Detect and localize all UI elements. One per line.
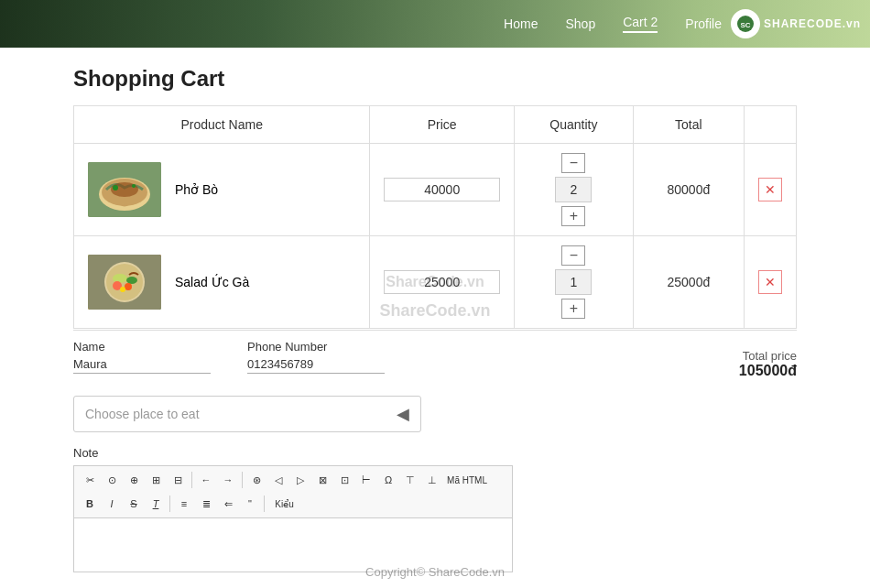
toolbar-underline[interactable]: T bbox=[146, 494, 166, 514]
toolbar-select-all[interactable]: ⊠ bbox=[312, 470, 332, 490]
note-section: Note ✂ ⊙ ⊕ ⊞ ⊟ ← → ⊛ ◁ ▷ ⊠ ⊡ ⊢ Ω ⊤ ⊥ Mã … bbox=[73, 446, 797, 572]
page-title: Shopping Cart bbox=[73, 48, 797, 105]
col-quantity: Quantity bbox=[515, 106, 634, 144]
qty-decrease-2[interactable]: − bbox=[561, 245, 585, 266]
product-name-1: Phở Bò bbox=[175, 182, 218, 197]
price-cell-1: 40000 bbox=[370, 144, 515, 236]
qty-increase-1[interactable]: + bbox=[561, 206, 585, 226]
phone-value: 0123456789 bbox=[247, 357, 385, 374]
total-price-label: Total price bbox=[739, 349, 797, 363]
nav-home[interactable]: Home bbox=[504, 16, 538, 31]
watermark-text: ShareCode.vn bbox=[73, 301, 797, 321]
logo-text: SHARECODE.vn bbox=[764, 17, 861, 30]
toolbar-undo[interactable]: ← bbox=[196, 470, 216, 490]
note-label: Note bbox=[73, 446, 797, 460]
product-image-1 bbox=[88, 162, 161, 217]
toolbar-strikethrough[interactable]: S bbox=[124, 494, 144, 514]
col-action bbox=[745, 106, 797, 144]
editor-area[interactable] bbox=[73, 517, 513, 572]
svg-point-10 bbox=[106, 264, 143, 300]
toolbar-sep-2 bbox=[242, 472, 243, 488]
name-label: Name bbox=[73, 340, 211, 354]
toolbar-blockquote[interactable]: " bbox=[240, 494, 260, 514]
col-product-name: Product Name bbox=[74, 106, 370, 144]
page-body: Shopping Cart Product Name Price Quantit… bbox=[0, 48, 870, 588]
qty-value-2: 1 bbox=[555, 269, 592, 295]
customer-section: Name Maura Phone Number 0123456789 Total… bbox=[73, 330, 797, 379]
price-value-2: 25000 bbox=[424, 275, 460, 289]
name-field-group: Name Maura bbox=[73, 340, 211, 374]
toolbar-sep-4 bbox=[264, 495, 265, 512]
place-placeholder: Choose place to eat bbox=[85, 407, 397, 421]
toolbar-img[interactable]: ⊤ bbox=[400, 470, 420, 490]
cart-table: Product Name Price Quantity Total bbox=[73, 105, 797, 329]
col-total: Total bbox=[633, 106, 744, 144]
product-name-2: Salad Ức Gà bbox=[175, 275, 249, 289]
name-value: Maura bbox=[73, 357, 211, 374]
total-cell-1: 80000đ bbox=[633, 144, 744, 236]
toolbar-prev[interactable]: ◁ bbox=[268, 470, 288, 490]
toolbar-ol[interactable]: ≡ bbox=[174, 494, 194, 514]
toolbar-remove-format[interactable]: ⊡ bbox=[334, 470, 354, 490]
header: Home Shop Cart 2 Profile SC SHARECODE.vn bbox=[0, 0, 870, 48]
toolbar-bold[interactable]: B bbox=[80, 494, 100, 514]
svg-text:SC: SC bbox=[740, 21, 750, 29]
place-selector[interactable]: Choose place to eat ◀ bbox=[73, 396, 421, 432]
price-box-2: 25000 bbox=[384, 270, 500, 294]
main-nav: Home Shop Cart 2 Profile bbox=[504, 15, 722, 33]
logo-icon: SC bbox=[731, 9, 760, 38]
toolbar-flash[interactable]: ⊥ bbox=[422, 470, 442, 490]
svg-point-11 bbox=[113, 274, 127, 283]
svg-point-12 bbox=[126, 277, 137, 284]
toolbar-cut[interactable]: ✂ bbox=[80, 470, 100, 490]
toolbar-style[interactable]: Kiểu bbox=[268, 494, 300, 514]
table-row: Phở Bò 40000 − 2 + 80000đ bbox=[74, 144, 797, 236]
watermark-row: ShareCode.vn bbox=[73, 301, 797, 321]
qty-decrease-1[interactable]: − bbox=[561, 153, 585, 173]
nav-profile[interactable]: Profile bbox=[685, 16, 722, 31]
phone-field-group: Phone Number 0123456789 bbox=[247, 340, 385, 374]
toolbar-copy[interactable]: ⊙ bbox=[102, 470, 122, 490]
toolbar-next[interactable]: ▷ bbox=[290, 470, 310, 490]
price-value-1: 40000 bbox=[424, 182, 460, 197]
svg-point-6 bbox=[113, 185, 118, 191]
svg-point-14 bbox=[125, 283, 132, 290]
toolbar-html[interactable]: Mã HTML bbox=[444, 470, 490, 490]
toolbar-paste-text[interactable]: ⊞ bbox=[146, 470, 166, 490]
toolbar-find[interactable]: ⊛ bbox=[246, 470, 266, 490]
toolbar-italic[interactable]: I bbox=[102, 494, 122, 514]
svg-point-15 bbox=[120, 287, 125, 292]
toolbar-paste[interactable]: ⊕ bbox=[124, 470, 144, 490]
editor-toolbar: ✂ ⊙ ⊕ ⊞ ⊟ ← → ⊛ ◁ ▷ ⊠ ⊡ ⊢ Ω ⊤ ⊥ Mã HTML … bbox=[73, 465, 513, 517]
col-price: Price bbox=[370, 106, 515, 144]
delete-cell-1: ✕ bbox=[745, 144, 797, 236]
nav-cart[interactable]: Cart 2 bbox=[623, 15, 658, 33]
toolbar-outdent[interactable]: ⇐ bbox=[218, 494, 238, 514]
qty-cell-1: − 2 + bbox=[515, 144, 634, 236]
toolbar-sep-1 bbox=[191, 472, 192, 488]
toolbar-row2: B I S T ≡ ≣ ⇐ " Kiểu bbox=[80, 494, 506, 514]
price-box-1: 40000 bbox=[384, 178, 500, 201]
dropdown-arrow-icon: ◀ bbox=[397, 404, 409, 424]
toolbar-anchor[interactable]: ⊢ bbox=[356, 470, 376, 490]
qty-control-1: − 2 + bbox=[528, 153, 619, 226]
nav-shop[interactable]: Shop bbox=[565, 16, 595, 31]
product-name-cell-1: Phở Bò bbox=[74, 144, 370, 236]
toolbar-redo[interactable]: → bbox=[218, 470, 238, 490]
product-cell-1: Phở Bò bbox=[88, 162, 355, 217]
logo: SC SHARECODE.vn bbox=[731, 9, 861, 38]
toolbar-paste-word[interactable]: ⊟ bbox=[168, 470, 188, 490]
delete-btn-1[interactable]: ✕ bbox=[758, 178, 782, 201]
toolbar-omega[interactable]: Ω bbox=[378, 470, 398, 490]
svg-point-7 bbox=[132, 184, 136, 188]
delete-btn-2[interactable]: ✕ bbox=[758, 270, 782, 294]
qty-value-1: 2 bbox=[555, 177, 592, 202]
phone-label: Phone Number bbox=[247, 340, 385, 354]
toolbar-sep-3 bbox=[169, 495, 170, 512]
total-price-value: 105000đ bbox=[739, 363, 797, 379]
toolbar-ul[interactable]: ≣ bbox=[196, 494, 216, 514]
total-price-section: Total price 105000đ bbox=[739, 340, 797, 379]
